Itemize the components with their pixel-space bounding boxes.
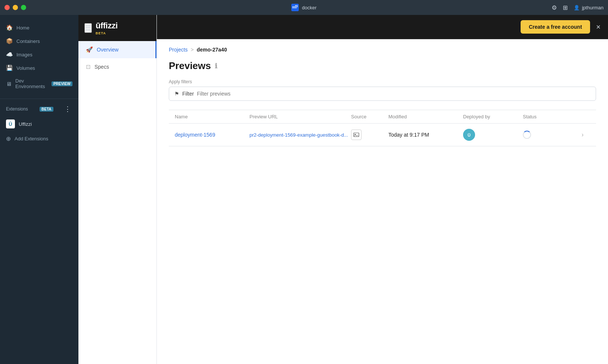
minimize-window-btn[interactable] <box>13 5 18 10</box>
col-modified: Modified <box>388 114 463 119</box>
beta-badge: BETA <box>40 107 53 112</box>
specs-icon: ⊡ <box>86 63 91 70</box>
uffizzi-label: Uffizzi <box>19 121 32 127</box>
filter-label: Apply filters <box>169 79 596 84</box>
nav-item-specs[interactable]: ⊡ Specs <box>78 58 156 75</box>
app-body: 🏠 Home 📦 Containers ☁️ Images 💾 Volumes … <box>0 15 608 364</box>
nav-specs-label: Specs <box>94 64 109 70</box>
docker-sidebar: 🏠 Home 📦 Containers ☁️ Images 💾 Volumes … <box>0 15 78 364</box>
info-icon[interactable]: ℹ <box>215 62 217 70</box>
close-panel-button[interactable]: × <box>596 23 601 31</box>
filter-button-label: Filter <box>182 91 194 97</box>
main-content: Create a free account × Projects > demo-… <box>157 15 608 364</box>
col-actions <box>575 114 590 119</box>
uffizzi-beta-label: BETA <box>96 31 118 35</box>
previews-heading: Previews <box>169 60 211 72</box>
user-avatar-title[interactable]: 👤 jpthurman <box>574 5 604 10</box>
sidebar-volumes-label: Volumes <box>16 65 35 71</box>
source-icon <box>351 130 362 140</box>
titlebar-app-name: docker <box>302 5 316 10</box>
nav-item-overview[interactable]: 🚀 Overview <box>78 41 156 58</box>
maximize-window-btn[interactable] <box>21 5 26 10</box>
create-account-bar: Create a free account × <box>157 15 608 39</box>
preview-badge: PREVIEW <box>52 81 72 86</box>
sidebar-dev-environments-label: Dev Environments <box>15 78 46 89</box>
rocket-icon: 🚀 <box>86 46 93 53</box>
sidebar-item-volumes[interactable]: 💾 Volumes <box>0 61 78 75</box>
uffizzi-logo: ūffizzi BETA <box>96 21 118 35</box>
previews-table: Name Preview URL Source Modified Deploye… <box>169 110 596 146</box>
docker-logo-icon <box>291 4 299 11</box>
home-icon: 🏠 <box>6 24 13 31</box>
user-avatar-icon: 👤 <box>574 5 580 10</box>
extensions-more-btn[interactable]: ⋮ <box>63 105 72 113</box>
titlebar-actions: ⚙ ⊞ 👤 jpthurman <box>552 4 604 11</box>
deployed-by-avatar: Ū <box>463 129 475 141</box>
svg-text:Ū: Ū <box>468 133 471 137</box>
sidebar-nav: 🏠 Home 📦 Containers ☁️ Images 💾 Volumes … <box>0 18 78 96</box>
previews-section: Previews ℹ Apply filters ⚑ Filter Name P… <box>157 56 608 158</box>
username-label: jpthurman <box>582 5 604 10</box>
modified-time: Today at 9:17 PM <box>388 132 463 138</box>
filter-icon: ⚑ <box>174 91 179 97</box>
settings-gear-icon[interactable]: ⚙ <box>552 4 557 11</box>
sidebar-divider <box>0 99 78 99</box>
sidebar-item-home[interactable]: 🏠 Home <box>0 21 78 34</box>
previews-title: Previews ℹ <box>169 60 596 72</box>
sidebar-home-label: Home <box>16 25 30 31</box>
window-controls <box>4 5 26 10</box>
breadcrumb-projects-link[interactable]: Projects <box>169 47 188 53</box>
extensions-header: Extensions BETA ⋮ <box>0 102 78 116</box>
add-extensions-label: Add Extensions <box>15 136 48 141</box>
create-account-button[interactable]: Create a free account <box>521 20 590 34</box>
deployment-name: deployment-1569 <box>175 132 249 138</box>
filter-input[interactable] <box>197 91 590 97</box>
extensions-icon[interactable]: ⊞ <box>563 4 568 11</box>
sidebar-item-images[interactable]: ☁️ Images <box>0 48 78 61</box>
containers-icon: 📦 <box>6 38 13 44</box>
image-source-icon <box>353 132 359 138</box>
dev-environments-icon: 🖥 <box>6 81 12 87</box>
preview-url: pr2-deployment-1569-example-guestbook-d.… <box>249 132 351 138</box>
breadcrumb-separator: > <box>191 47 194 53</box>
row-chevron-icon: › <box>575 131 590 138</box>
close-window-btn[interactable] <box>4 5 10 10</box>
loading-spinner <box>523 131 531 139</box>
uffizzi-sidebar-header: ☰ ūffizzi BETA <box>78 15 156 41</box>
volumes-icon: 💾 <box>6 65 13 71</box>
sidebar-item-add-extensions[interactable]: ⊕ Add Extensions <box>0 132 78 146</box>
nav-overview-label: Overview <box>97 47 118 53</box>
titlebar-title: docker <box>291 4 316 11</box>
uffizzi-ext-icon: Ū <box>6 119 15 128</box>
col-preview-url: Preview URL <box>249 114 351 119</box>
sidebar-containers-label: Containers <box>16 38 40 44</box>
col-source: Source <box>351 114 388 119</box>
status-loading <box>523 131 575 139</box>
extensions-label: Extensions <box>6 106 28 112</box>
breadcrumb: Projects > demo-27a40 <box>157 39 608 56</box>
sidebar-item-uffizzi[interactable]: Ū Uffizzi <box>0 116 78 132</box>
uffizzi-avatar-icon: Ū <box>463 129 475 141</box>
filter-bar: ⚑ Filter <box>169 87 596 101</box>
table-row[interactable]: deployment-1569 pr2-deployment-1569-exam… <box>169 124 596 146</box>
table-header: Name Preview URL Source Modified Deploye… <box>169 110 596 124</box>
sidebar-item-containers[interactable]: 📦 Containers <box>0 34 78 48</box>
col-name: Name <box>175 114 249 119</box>
images-icon: ☁️ <box>6 51 13 58</box>
col-deployed-by: Deployed by <box>463 114 523 119</box>
sidebar-item-dev-environments[interactable]: 🖥 Dev Environments PREVIEW <box>0 75 78 93</box>
col-status: Status <box>523 114 575 119</box>
uffizzi-sidebar: ☰ ūffizzi BETA 🚀 Overview ⊡ Specs <box>78 15 157 364</box>
hamburger-menu-icon[interactable]: ☰ <box>84 23 92 33</box>
uffizzi-logo-text: ūffizzi <box>96 21 118 31</box>
breadcrumb-current: demo-27a40 <box>197 47 227 53</box>
add-ext-plus-icon: ⊕ <box>6 135 11 142</box>
titlebar: docker ⚙ ⊞ 👤 jpthurman <box>0 0 608 15</box>
sidebar-images-label: Images <box>16 52 32 57</box>
